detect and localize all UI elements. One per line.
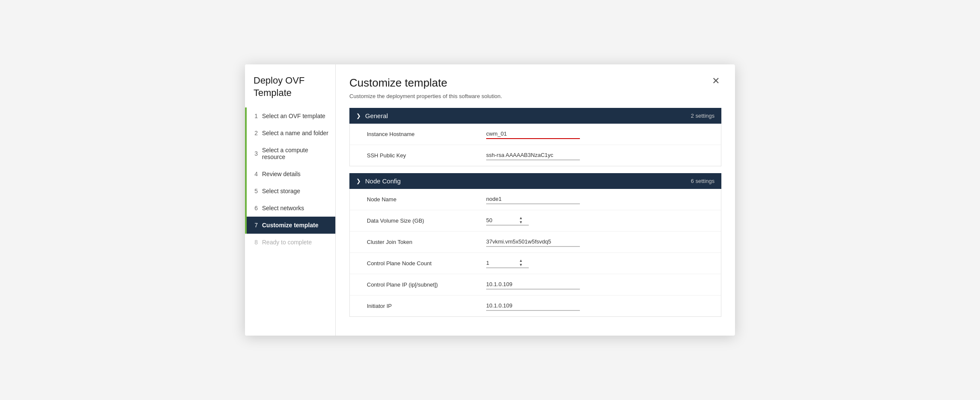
step-number: 1 <box>247 113 262 119</box>
field-label: Control Plane Node Count <box>367 260 486 267</box>
section-header-node_config[interactable]: ❯ Node Config 6 settings <box>349 173 721 189</box>
field-input-wrap <box>486 129 714 139</box>
step-label: Select a name and folder <box>262 130 329 136</box>
number-input-wrap: ▲ ▼ <box>486 216 529 226</box>
number-input-wrap: ▲ ▼ <box>486 258 529 268</box>
field-label: Cluster Join Token <box>367 239 486 245</box>
section-node_config: ❯ Node Config 6 settings Node NameData V… <box>349 173 721 317</box>
section-name: General <box>365 112 691 119</box>
number-input[interactable] <box>486 258 518 267</box>
chevron-down-icon: ❯ <box>356 113 361 119</box>
sidebar-step-6[interactable]: 6 Select networks <box>245 200 335 217</box>
number-input[interactable] <box>486 216 518 225</box>
text-input[interactable] <box>486 151 580 160</box>
field-row: Control Plane IP (ip[/subnet]) <box>350 274 721 296</box>
sidebar-step-7[interactable]: 7 Customize template <box>245 217 335 234</box>
field-input-wrap <box>486 301 714 311</box>
field-label: Data Volume Size (GB) <box>367 217 486 224</box>
stepper-down-button[interactable]: ▼ <box>519 220 523 225</box>
sidebar-step-2[interactable]: 2 Select a name and folder <box>245 125 335 142</box>
step-label: Ready to complete <box>262 239 312 246</box>
field-input-wrap <box>486 151 714 160</box>
field-input-wrap <box>486 237 714 247</box>
field-row: Data Volume Size (GB) ▲ ▼ <box>350 210 721 232</box>
step-label: Select an OVF template <box>262 113 326 119</box>
text-input[interactable] <box>486 237 580 247</box>
section-header-general[interactable]: ❯ General 2 settings <box>349 108 721 124</box>
steps-list: 1 Select an OVF template 2 Select a name… <box>245 107 335 336</box>
sidebar-step-4[interactable]: 4 Review details <box>245 165 335 183</box>
field-label: Instance Hostname <box>367 131 486 137</box>
step-number: 3 <box>247 150 262 157</box>
field-label: SSH Public Key <box>367 152 486 159</box>
section-body-node_config: Node NameData Volume Size (GB) ▲ ▼ Clust… <box>349 189 721 317</box>
field-input-wrap <box>486 194 714 204</box>
stepper-down-button[interactable]: ▼ <box>519 263 523 267</box>
field-row: Instance Hostname <box>350 124 721 145</box>
step-label: Review details <box>262 171 300 177</box>
sidebar-title: Deploy OVF Template <box>245 64 335 107</box>
field-row: Node Name <box>350 189 721 210</box>
step-label: Select a compute resource <box>262 147 329 160</box>
section-settings-count: 2 settings <box>691 113 715 119</box>
main-subtitle: Customize the deployment properties of t… <box>349 93 721 99</box>
step-label: Select storage <box>262 188 300 194</box>
text-input[interactable] <box>486 194 580 204</box>
section-body-general: Instance HostnameSSH Public Key <box>349 124 721 166</box>
step-label: Select networks <box>262 205 304 212</box>
field-row: Cluster Join Token <box>350 232 721 253</box>
field-row: Initiator IP <box>350 296 721 316</box>
field-input-wrap <box>486 280 714 290</box>
step-number: 6 <box>247 205 262 212</box>
close-button[interactable]: ✕ <box>710 76 721 86</box>
chevron-down-icon: ❯ <box>356 178 361 184</box>
text-input[interactable] <box>486 301 580 311</box>
step-number: 4 <box>247 171 262 177</box>
sections-container: ❯ General 2 settings Instance HostnameSS… <box>349 108 721 317</box>
main-content: Customize template ✕ Customize the deplo… <box>336 64 735 336</box>
step-number: 5 <box>247 188 262 194</box>
stepper: ▲ ▼ <box>519 216 523 225</box>
stepper: ▲ ▼ <box>519 259 523 267</box>
sidebar: Deploy OVF Template 1 Select an OVF temp… <box>245 64 336 336</box>
step-label: Customize template <box>262 222 318 229</box>
main-header: Customize template ✕ <box>349 76 721 90</box>
text-input[interactable] <box>486 280 580 290</box>
step-number: 7 <box>247 222 262 229</box>
field-row: Control Plane Node Count ▲ ▼ <box>350 253 721 274</box>
section-name: Node Config <box>365 177 691 185</box>
field-row: SSH Public Key <box>350 145 721 166</box>
section-general: ❯ General 2 settings Instance HostnameSS… <box>349 108 721 166</box>
text-input[interactable] <box>486 129 580 139</box>
sidebar-step-3[interactable]: 3 Select a compute resource <box>245 142 335 165</box>
sidebar-step-8: 8 Ready to complete <box>245 234 335 251</box>
sidebar-step-1[interactable]: 1 Select an OVF template <box>245 107 335 125</box>
step-number: 2 <box>247 130 262 136</box>
section-settings-count: 6 settings <box>691 178 715 184</box>
sidebar-step-5[interactable]: 5 Select storage <box>245 183 335 200</box>
modal: Deploy OVF Template 1 Select an OVF temp… <box>245 64 735 336</box>
field-label: Initiator IP <box>367 303 486 309</box>
step-number: 8 <box>247 239 262 246</box>
field-input-wrap: ▲ ▼ <box>486 216 714 226</box>
main-title: Customize template <box>349 76 447 90</box>
field-label: Control Plane IP (ip[/subnet]) <box>367 281 486 288</box>
field-label: Node Name <box>367 196 486 203</box>
field-input-wrap: ▲ ▼ <box>486 258 714 268</box>
